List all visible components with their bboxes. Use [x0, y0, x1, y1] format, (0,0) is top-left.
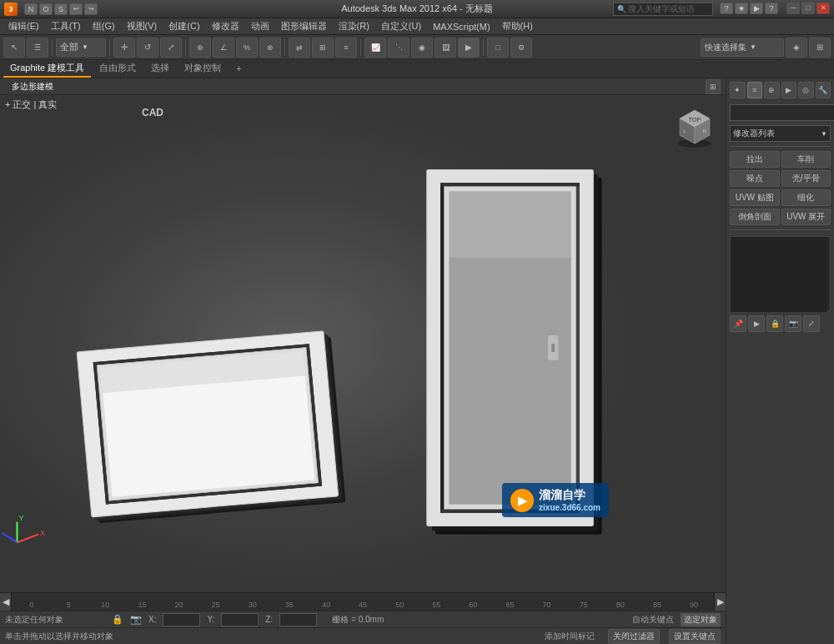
tick-50: 50 — [381, 601, 418, 609]
select-move-btn[interactable]: ✛ — [113, 38, 135, 58]
close-btn[interactable]: ✕ — [816, 3, 830, 14]
rp-expand-icon[interactable]: ⤢ — [803, 315, 820, 332]
search-icon: 🔍 — [617, 5, 626, 13]
timeline-prev-btn[interactable]: ◀ — [0, 593, 12, 611]
rp-icon-create[interactable]: ✦ — [730, 82, 746, 98]
open-btn[interactable]: O — [39, 3, 53, 15]
tab-object-control[interactable]: 对象控制 — [178, 60, 228, 78]
menu-edit[interactable]: 编辑(E) — [3, 18, 44, 34]
menu-customize[interactable]: 自定义(U) — [376, 18, 426, 34]
rp-btn-noise[interactable]: 噪点 — [730, 170, 780, 187]
rp-camera-icon[interactable]: 📷 — [785, 315, 801, 332]
selection-dropdown[interactable]: 快速选择集 ▼ — [701, 38, 784, 57]
watermark-main-text: 溜溜自学 — [539, 488, 600, 503]
curve-editor-btn[interactable]: 📈 — [364, 38, 386, 58]
percent-snap-btn[interactable]: % — [236, 38, 258, 58]
modifier-list-dropdown[interactable]: 修改器列表 ▼ — [730, 125, 831, 142]
new-btn[interactable]: N — [24, 3, 38, 15]
content-area: 多边形建模 ⊞ CAD + 正交 | 真实 — [0, 78, 834, 644]
rp-btn-tessellate[interactable]: 细化 — [781, 189, 831, 206]
rp-play-icon[interactable]: ▶ — [748, 315, 765, 332]
spinner-snap-btn[interactable]: ⊗ — [259, 38, 281, 58]
tab-plus[interactable]: + — [229, 62, 248, 77]
add-bookmark-btn[interactable]: 添加时间标记 — [545, 631, 595, 642]
viewport[interactable]: CAD + 正交 | 真实 — [0, 95, 726, 592]
render-frame-btn[interactable]: □ — [487, 38, 509, 58]
camera-icon-btn[interactable]: 📷 — [130, 614, 142, 625]
undo-btn[interactable]: ↩ — [69, 3, 83, 15]
rp-icon-display[interactable]: ◎ — [798, 82, 814, 98]
redo-btn[interactable]: ↪ — [84, 3, 98, 15]
schematic-btn[interactable]: ⋱ — [388, 38, 409, 58]
y-input[interactable] — [221, 613, 259, 626]
rp-search-row — [730, 104, 831, 121]
menu-animation[interactable]: 动画 — [246, 18, 274, 34]
material-editor-btn[interactable]: ◉ — [411, 38, 433, 58]
render-settings-btn[interactable]: ⚙ — [510, 38, 532, 58]
rp-icon-hierarchy[interactable]: ⊕ — [764, 82, 780, 98]
scale-btn[interactable]: ⤢ — [160, 38, 182, 58]
minimize-btn[interactable]: ─ — [786, 3, 800, 14]
timeline-next-btn[interactable]: ▶ — [714, 593, 726, 611]
extra-btn2[interactable]: ⊞ — [809, 38, 831, 58]
snap-3d-btn[interactable]: ⊕ — [189, 38, 211, 58]
right-panel: ✦ ≡ ⊕ ▶ ◎ 🔧 修改器列表 ▼ 拉出 车削 — [726, 78, 834, 644]
titlebar-controls: 🔍 搜入关键字或短语 ? ★ ▶ ? ─ □ ✕ — [613, 3, 830, 16]
menu-group[interactable]: 组(G) — [88, 18, 120, 34]
mirror-btn[interactable]: ⇌ — [289, 38, 310, 58]
layer-btn[interactable]: ≡ — [335, 38, 357, 58]
rp-btn-shell[interactable]: 壳/平骨 — [781, 170, 831, 187]
icon-btn-1[interactable]: ? — [720, 3, 733, 14]
icon-btn-4[interactable]: ? — [765, 3, 778, 14]
menu-maxscript[interactable]: MAXScript(M) — [428, 20, 495, 33]
menu-graph-editor[interactable]: 图形编辑器 — [276, 18, 332, 34]
z-input[interactable] — [279, 613, 317, 626]
timeline-ticks: 0 5 10 15 20 25 30 35 40 45 50 55 60 65 … — [12, 593, 714, 611]
view-icon-1[interactable]: ⊞ — [706, 79, 721, 94]
svg-text:Y: Y — [19, 514, 24, 522]
rp-pin-icon[interactable]: 📌 — [730, 315, 746, 332]
extra-btn1[interactable]: ◈ — [786, 38, 807, 58]
tab-graphite[interactable]: Graphite 建模工具 — [3, 60, 91, 78]
menu-tools[interactable]: 工具(T) — [46, 18, 86, 34]
menu-view[interactable]: 视图(V) — [122, 18, 163, 34]
rp-btn-lathe[interactable]: 车削 — [781, 151, 831, 168]
lock-icon[interactable]: 🔒 — [112, 614, 123, 625]
polygon-modeling-tab[interactable]: 多边形建模 — [5, 80, 60, 93]
icon-btn-2[interactable]: ★ — [735, 3, 748, 14]
filter-btn[interactable]: 关闭过滤器 — [608, 629, 660, 644]
quick-render-btn[interactable]: ▶ — [458, 38, 480, 58]
selection-badge[interactable]: 选定对象 — [681, 613, 721, 626]
select-btn[interactable]: ↖ — [3, 38, 25, 58]
icon-btn-3[interactable]: ▶ — [750, 3, 763, 14]
menu-modifiers[interactable]: 修改器 — [207, 18, 244, 34]
maximize-btn[interactable]: □ — [801, 3, 815, 14]
render-scene-btn[interactable]: 🖼 — [435, 38, 456, 58]
rp-icon-utilities[interactable]: 🔧 — [816, 82, 831, 98]
all-dropdown[interactable]: 全部 ▼ — [56, 38, 106, 57]
set-keys-btn[interactable]: 设置关键点 — [669, 629, 721, 644]
menu-create[interactable]: 创建(C) — [163, 18, 204, 34]
angle-snap-btn[interactable]: ∠ — [213, 38, 234, 58]
x-input[interactable] — [163, 613, 200, 626]
viewcube[interactable]: TOP L R — [671, 103, 717, 149]
tab-freeform[interactable]: 自由形式 — [93, 60, 143, 78]
rp-btn-pullout[interactable]: 拉出 — [730, 151, 780, 168]
rp-search-input[interactable] — [730, 104, 834, 121]
menu-help[interactable]: 帮助(H) — [497, 18, 538, 34]
select-by-name-btn[interactable]: ☰ — [27, 38, 48, 58]
align-btn[interactable]: ⊞ — [312, 38, 334, 58]
rp-lock-icon[interactable]: 🔒 — [766, 315, 783, 332]
watermark-icon: ▶ — [510, 489, 534, 512]
rotate-btn[interactable]: ↺ — [137, 38, 158, 58]
rp-btn-bevel[interactable]: 倒角剖面 — [730, 209, 780, 225]
save-btn[interactable]: S — [54, 3, 68, 15]
rp-icon-motion[interactable]: ▶ — [781, 82, 797, 98]
menu-render[interactable]: 渲染(R) — [334, 18, 374, 34]
tab-selection[interactable]: 选择 — [144, 60, 176, 78]
scene-svg: X Y Z — [0, 95, 726, 592]
help-icons: ? ★ ▶ ? — [720, 3, 778, 16]
rp-btn-uvw-unwrap[interactable]: UVW 展开 — [781, 209, 831, 225]
rp-icon-modify[interactable]: ≡ — [747, 82, 763, 98]
rp-btn-uvw-map[interactable]: UVW 贴图 — [730, 189, 780, 206]
